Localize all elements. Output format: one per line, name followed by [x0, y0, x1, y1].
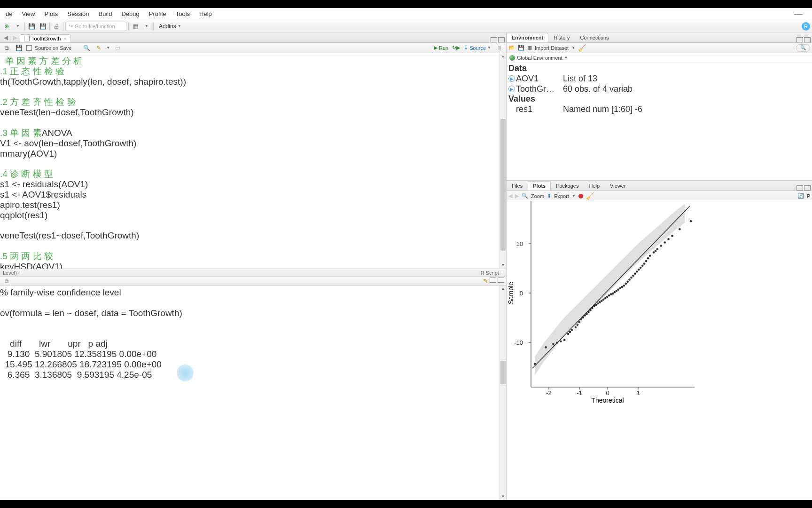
save-all-icon[interactable]: 💾: [38, 22, 47, 31]
scroll-thumb[interactable]: [500, 119, 506, 251]
dropdown-caret-icon[interactable]: ▼: [572, 194, 576, 198]
new-file-icon[interactable]: ⊕: [2, 22, 11, 31]
nav-back-icon[interactable]: ◀: [1, 33, 10, 42]
qq-points: [534, 220, 692, 365]
scroll-up-icon[interactable]: ▲: [500, 286, 506, 292]
tab-label: ToothGrowth: [31, 36, 61, 41]
plot-prev-icon[interactable]: ◀: [508, 193, 512, 199]
minimize-icon[interactable]: —: [794, 9, 812, 19]
goto-file-input[interactable]: ↪ Go to file/function: [65, 22, 126, 31]
tab-help[interactable]: Help: [584, 181, 605, 190]
maximize-pane-icon[interactable]: [498, 278, 504, 283]
remove-plot-icon[interactable]: [578, 194, 583, 198]
menu-item[interactable]: View: [17, 8, 39, 19]
publish-icon[interactable]: 🔄: [797, 193, 804, 199]
plot-area: 10 0 -10 -2 -1 0 1: [507, 201, 812, 500]
save-icon[interactable]: 💾: [27, 22, 36, 31]
minimize-pane-icon[interactable]: [796, 185, 803, 190]
menu-item[interactable]: Build: [94, 8, 117, 19]
env-search[interactable]: 🔍: [796, 44, 810, 52]
menu-item[interactable]: Tools: [171, 8, 195, 19]
scroll-up-icon[interactable]: ▲: [500, 53, 506, 60]
outline-icon[interactable]: ≡: [495, 43, 504, 53]
load-icon[interactable]: 📂: [508, 45, 515, 51]
svg-point-25: [591, 307, 593, 310]
source-on-save-checkbox[interactable]: [26, 45, 32, 51]
env-var-name: AOV1: [516, 74, 563, 84]
tab-history[interactable]: History: [548, 33, 575, 42]
expand-icon[interactable]: ▶: [508, 75, 515, 82]
popout-icon[interactable]: ⧉: [2, 43, 11, 53]
nav-fwd-icon[interactable]: ▶: [10, 33, 20, 42]
source-button[interactable]: ↧ Source ▼: [464, 45, 491, 51]
svg-point-10: [556, 341, 558, 344]
menu-item[interactable]: de: [1, 8, 17, 19]
save-icon[interactable]: 💾: [518, 45, 524, 51]
dropdown-caret-icon[interactable]: ▼: [142, 22, 151, 31]
console-icon[interactable]: ⧉: [2, 277, 11, 286]
minimize-pane-icon[interactable]: [491, 37, 497, 42]
pane-controls: [491, 37, 506, 42]
menu-item[interactable]: Debug: [117, 8, 144, 19]
zoom-button[interactable]: Zoom: [531, 193, 544, 199]
env-section-values: Values: [508, 94, 810, 104]
broom-icon[interactable]: ✎: [483, 278, 488, 285]
dropdown-caret-icon[interactable]: ▼: [13, 22, 23, 31]
dropdown-caret-icon[interactable]: ▼: [571, 46, 575, 50]
console[interactable]: % family-wise confidence level ov(formul…: [0, 286, 506, 500]
run-button[interactable]: ▶ Run: [434, 45, 448, 51]
clear-plots-icon[interactable]: 🧹: [586, 192, 594, 200]
menu-item[interactable]: Plots: [39, 8, 62, 19]
menu-item[interactable]: Session: [62, 8, 94, 19]
addins-button[interactable]: Addins ▼: [156, 22, 185, 31]
maximize-pane-icon[interactable]: [804, 37, 811, 42]
save-icon[interactable]: 💾: [14, 43, 23, 53]
maximize-pane-icon[interactable]: [804, 185, 811, 190]
env-row[interactable]: ▶ ToothGr… 60 obs. of 4 variab: [508, 84, 810, 94]
maximize-pane-icon[interactable]: [498, 37, 505, 42]
tab-connections[interactable]: Connections: [575, 33, 614, 42]
close-icon[interactable]: ×: [63, 36, 66, 41]
env-row[interactable]: ▶ AOV1 List of 13: [508, 73, 810, 84]
scroll-down-icon[interactable]: ▼: [500, 493, 506, 500]
goto-arrow-icon: ↪: [69, 23, 73, 29]
export-button[interactable]: Export: [554, 193, 569, 199]
code-editor[interactable]: 单 因 素 方 差 分 析.1 正 态 性 检 验th(ToothGrowth,…: [0, 53, 506, 269]
console-scrollbar[interactable]: ▲ ▼: [500, 286, 506, 500]
confidence-band: [535, 204, 685, 375]
report-icon[interactable]: ▭: [113, 43, 122, 53]
tab-files[interactable]: Files: [507, 181, 528, 190]
env-row[interactable]: res1 Named num [1:60] -6: [508, 104, 810, 114]
print-icon[interactable]: 🖨: [52, 22, 61, 31]
menubar: de View Plots Session Build Debug Profil…: [0, 8, 812, 20]
wand-icon[interactable]: ✎: [94, 43, 103, 53]
menu-item[interactable]: Help: [195, 8, 217, 19]
tab-environment[interactable]: Environment: [507, 33, 548, 42]
svg-point-14: [569, 331, 571, 333]
globe-icon: [509, 55, 515, 61]
tab-plots[interactable]: Plots: [528, 181, 551, 190]
scroll-thumb[interactable]: [500, 361, 506, 384]
scroll-down-icon[interactable]: ▼: [500, 262, 506, 269]
svg-point-37: [614, 291, 616, 294]
import-dataset-button[interactable]: Import Dataset: [535, 45, 569, 51]
env-scope[interactable]: Global Environment ▼: [507, 53, 812, 63]
expand-icon[interactable]: ▶: [508, 86, 515, 92]
tab-viewer[interactable]: Viewer: [605, 181, 631, 190]
minimize-pane-icon[interactable]: [796, 37, 803, 42]
find-icon[interactable]: 🔍: [82, 43, 91, 53]
editor-scrollbar[interactable]: ▲ ▼: [500, 53, 506, 269]
svg-point-38: [616, 290, 618, 292]
plot-next-icon[interactable]: ▶: [515, 193, 519, 199]
menu-item[interactable]: Profile: [144, 8, 171, 19]
project-icon[interactable]: R: [802, 22, 810, 31]
svg-point-26: [593, 305, 595, 308]
dropdown-caret-icon[interactable]: ▼: [106, 46, 110, 50]
tab-toothgrowth[interactable]: ToothGrowth ×: [20, 34, 71, 42]
broom-icon[interactable]: 🧹: [578, 44, 586, 52]
rerun-icon[interactable]: ↻▶: [452, 45, 460, 51]
plots-toolbar: ◀ ▶ 🔍 Zoom ⬆ Export ▼ 🧹 🔄 P: [507, 191, 812, 201]
minimize-pane-icon[interactable]: [490, 278, 496, 283]
tab-packages[interactable]: Packages: [551, 181, 584, 190]
grid-icon[interactable]: ▦: [131, 22, 140, 31]
